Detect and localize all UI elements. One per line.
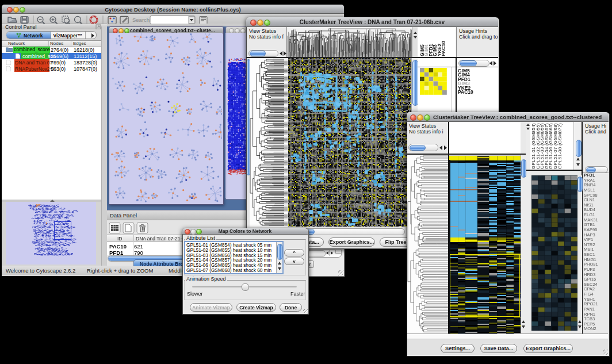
svg-text:Search:: Search: xyxy=(132,17,151,23)
